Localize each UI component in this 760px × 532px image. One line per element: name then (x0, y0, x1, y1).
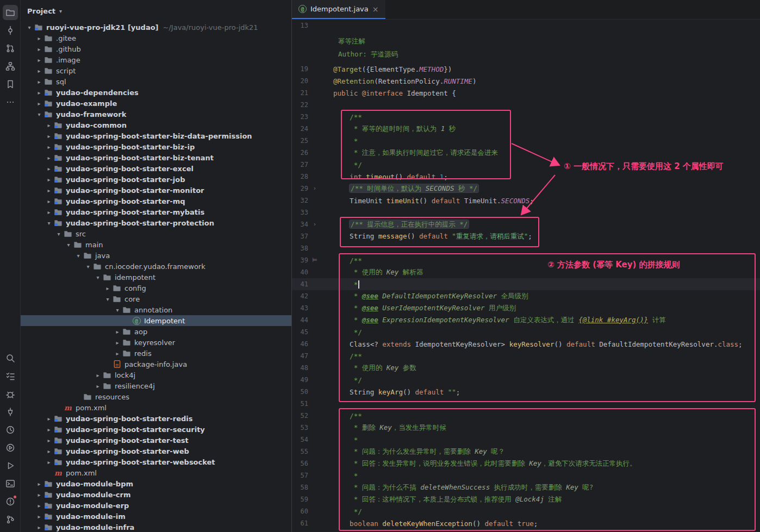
chevron-right-icon[interactable]: ▸ (35, 514, 43, 520)
chevron-right-icon[interactable]: ▸ (94, 383, 102, 389)
tree-item[interactable]: ▸.gitee (21, 33, 291, 43)
tree-item[interactable]: ▸yudao-spring-boot-starter-web (21, 446, 291, 456)
tree-item[interactable]: ▸yudao-spring-boot-starter-excel (21, 163, 291, 174)
code-line[interactable]: 33 (292, 206, 760, 218)
terminal-icon[interactable] (3, 476, 18, 491)
code-line[interactable]: 40 * 使用的 Key 解析器 (292, 266, 760, 278)
code-line[interactable]: 61 boolean deleteKeyWhenException() defa… (292, 517, 760, 529)
editor-body[interactable]: 13幂等注解Author: 芋道源码19@Target({ElementType… (292, 20, 760, 532)
problems-icon[interactable] (3, 494, 18, 509)
chevron-right-icon[interactable]: ▸ (45, 448, 53, 454)
tree-item[interactable]: ▸yudao-spring-boot-starter-mq (21, 196, 291, 206)
services-icon[interactable] (3, 440, 18, 455)
code-line[interactable]: 46 Class<? extends IdempotentKeyResolver… (292, 338, 760, 350)
code-line[interactable]: 38 (292, 242, 760, 254)
tree-item[interactable]: ▸yudao-dependencies (21, 87, 291, 98)
tree-item[interactable]: ▸yudao-spring-boot-starter-redis (21, 413, 291, 424)
chevron-down-icon[interactable]: ▾ (94, 274, 102, 280)
chevron-right-icon[interactable]: ▸ (35, 46, 43, 52)
tree-item[interactable]: @Idempotent (21, 315, 291, 326)
bookmarks-icon[interactable] (3, 77, 18, 92)
chevron-right-icon[interactable]: ▸ (45, 122, 53, 128)
pull-requests-icon[interactable] (3, 41, 18, 56)
tree-item[interactable]: ▸yudao-module-crm (21, 489, 291, 500)
close-icon[interactable]: × (372, 5, 379, 13)
tree-item[interactable]: ▾java (21, 250, 291, 261)
tree-item[interactable]: ▸yudao-spring-boot-starter-monitor (21, 185, 291, 196)
chevron-right-icon[interactable]: ▸ (45, 416, 53, 422)
code-line[interactable]: 20@Retention(RetentionPolicy.RUNTIME) (292, 75, 760, 87)
chevron-down-icon[interactable]: ▾ (113, 307, 122, 313)
code-line[interactable]: 50 String keyArg() default ""; (292, 386, 760, 398)
tree-item[interactable]: ▾yudao-spring-boot-starter-protection (21, 217, 291, 228)
tree-item[interactable]: ▸yudao-spring-boot-starter-mybatis (21, 206, 291, 217)
code-line[interactable]: 28 int timeout() default 1; (292, 171, 760, 183)
tree-item[interactable]: ▸keyresolver (21, 337, 291, 348)
code-line[interactable]: 45 */ (292, 326, 760, 338)
code-line[interactable]: 48 * 使用的 Key 参数 (292, 362, 760, 374)
chevron-down-icon[interactable]: ▾ (84, 264, 92, 270)
tree-item[interactable]: ▸yudao-module-erp (21, 500, 291, 511)
chevron-right-icon[interactable]: ▸ (45, 177, 53, 183)
chevron-right-icon[interactable]: ▸ (35, 90, 43, 96)
chevron-right-icon[interactable]: ▸ (35, 35, 43, 41)
code-line[interactable]: 56 * 回答：发生异常时，说明业务发生错误，此时需要删除 Key，避免下次请求… (292, 458, 760, 470)
folded-region[interactable]: /** 提示信息，正在执行中的提示 */ (350, 220, 469, 228)
tree-item[interactable]: ▸yudao-module-bpm (21, 478, 291, 489)
tree-item[interactable]: package-info.java (21, 359, 291, 370)
commit-icon[interactable] (3, 23, 18, 38)
chevron-down-icon[interactable]: ▾ (54, 231, 63, 237)
tree-item[interactable]: ▸script (21, 65, 291, 76)
debug-icon[interactable] (3, 386, 18, 402)
code-line[interactable]: 44 * @see ExpressionIdempotentKeyResolve… (292, 314, 760, 326)
tree-item[interactable]: ▸redis (21, 348, 291, 359)
chevron-down-icon[interactable]: ▾ (45, 220, 53, 226)
code-line[interactable]: 51 (292, 398, 760, 410)
tree-item[interactable]: ▾yudao-framework (21, 109, 291, 120)
fold-icon[interactable]: › (308, 185, 321, 192)
chevron-right-icon[interactable]: ▸ (113, 329, 122, 335)
tree-item[interactable]: ▸yudao-spring-boot-starter-test (21, 435, 291, 446)
code-line[interactable]: 24 * 幂等的超时时间，默认为 1 秒 (292, 123, 760, 135)
editor-tab[interactable]: @ Idempotent.java × (292, 0, 385, 19)
chevron-right-icon[interactable]: ▸ (45, 459, 53, 465)
code-line[interactable]: 59 * 回答：这种情况下，本质上是分布式锁，推荐使用 @Lock4j 注解 (292, 493, 760, 505)
tree-item[interactable]: ▸yudao-example (21, 98, 291, 109)
tree-item[interactable]: ▾core (21, 293, 291, 304)
tree-item[interactable]: ▸config (21, 283, 291, 293)
chevron-right-icon[interactable]: ▸ (35, 492, 43, 498)
tree-item[interactable]: ▸yudao-spring-boot-starter-websocket (21, 456, 291, 467)
tree-item[interactable]: ▸.github (21, 43, 291, 54)
search-icon[interactable] (3, 351, 18, 366)
code-line[interactable]: 32 TimeUnit timeUnit() default TimeUnit.… (292, 195, 760, 206)
code-line[interactable]: 60 */ (292, 505, 760, 517)
chevron-down-icon[interactable]: ▾ (64, 242, 73, 248)
tree-item[interactable]: ▾ruoyi-vue-pro-jdk21 [yudao]~/Java/ruoyi… (21, 22, 291, 33)
tree-item[interactable]: ▸yudao-common (21, 120, 291, 130)
code-line[interactable]: 39⊨ /** (292, 254, 760, 266)
code-line[interactable]: 42 * @see DefaultIdempotentKeyResolver 全… (292, 290, 760, 302)
code-line[interactable]: 47 /** (292, 350, 760, 362)
chevron-down-icon[interactable]: ▾ (35, 111, 43, 117)
chevron-right-icon[interactable]: ▸ (45, 187, 53, 193)
chevron-right-icon[interactable]: ▸ (35, 79, 43, 85)
render-doc-icon[interactable]: ⊨ (308, 256, 321, 264)
chevron-right-icon[interactable]: ▸ (35, 524, 43, 530)
chevron-right-icon[interactable]: ▸ (45, 133, 53, 139)
chevron-right-icon[interactable]: ▸ (45, 144, 53, 150)
chevron-down-icon[interactable]: ▾ (59, 8, 62, 14)
todo-icon[interactable] (3, 368, 18, 384)
chevron-down-icon[interactable]: ▾ (25, 24, 34, 30)
chevron-right-icon[interactable]: ▸ (45, 437, 53, 443)
tree-item[interactable]: ▸sql (21, 76, 291, 87)
run-icon[interactable] (3, 458, 18, 473)
code-line[interactable]: 21public @interface Idempotent { (292, 87, 760, 99)
code-line[interactable]: 55 * 问题：为什么发生异常时，需要删除 Key 呢？ (292, 446, 760, 458)
tree-item[interactable]: ▾annotation (21, 304, 291, 315)
code-line[interactable]: 57 * (292, 470, 760, 481)
version-control-icon[interactable] (3, 512, 18, 527)
chevron-down-icon[interactable]: ▾ (74, 253, 83, 259)
code-line[interactable]: 52 /** (292, 410, 760, 422)
tree-item[interactable]: ▸lock4j (21, 370, 291, 380)
chevron-right-icon[interactable]: ▸ (35, 503, 43, 509)
